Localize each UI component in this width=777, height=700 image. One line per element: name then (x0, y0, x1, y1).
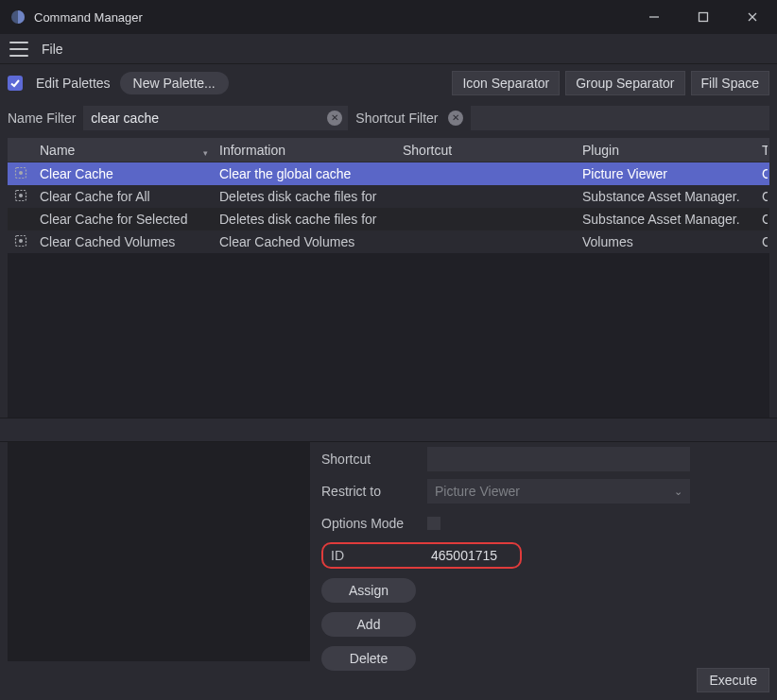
cell-t: C (756, 166, 768, 181)
menu-file[interactable]: File (42, 42, 63, 57)
name-filter-input[interactable] (83, 111, 348, 126)
shortcut-input[interactable] (427, 447, 690, 471)
filter-row: Name Filter Shortcut Filter (0, 102, 777, 134)
restrict-select[interactable]: Picture Viewer ⌄ (427, 479, 690, 504)
table-row[interactable]: Clear CacheClear the global cachePicture… (8, 162, 769, 185)
cell-info: Deletes disk cache files for (214, 189, 397, 204)
cell-t: C (756, 212, 768, 227)
delete-button[interactable]: Delete (321, 646, 416, 671)
table-row[interactable]: Clear Cache for AllDeletes disk cache fi… (8, 185, 769, 208)
command-table: Name▾ Information Shortcut Plugin T Clea… (8, 138, 769, 418)
svg-point-8 (19, 194, 23, 197)
toolbar: Edit Palettes New Palette... Icon Separa… (0, 64, 777, 102)
cell-name: Clear Cache for All (34, 189, 214, 204)
cell-name: Clear Cache for Selected (34, 212, 214, 227)
svg-rect-2 (699, 13, 708, 22)
app-icon (9, 9, 26, 26)
cell-info: Clear Cached Volumes (214, 234, 397, 249)
edit-palettes-checkbox[interactable] (8, 76, 23, 91)
preview-box (8, 442, 310, 661)
id-label: ID (331, 548, 425, 563)
edit-palettes-label: Edit Palettes (36, 76, 111, 91)
shortcut-label: Shortcut (321, 452, 427, 467)
cell-t: C (756, 234, 768, 249)
cell-name: Clear Cached Volumes (34, 234, 214, 249)
table-header: Name▾ Information Shortcut Plugin T (8, 138, 769, 162)
group-separator-button[interactable]: Group Separator (565, 71, 684, 95)
cell-info: Deletes disk cache files for (214, 212, 397, 227)
th-information[interactable]: Information (214, 143, 397, 158)
cell-plugin: Volumes (577, 234, 756, 249)
command-icon (13, 188, 28, 203)
splitter[interactable] (0, 418, 777, 442)
shortcut-filter-label: Shortcut Filter (355, 111, 438, 126)
restrict-value: Picture Viewer (435, 484, 520, 499)
window-title: Command Manager (34, 10, 143, 25)
name-filter-wrap (83, 106, 348, 130)
cell-name: Clear Cache (40, 166, 113, 181)
chevron-down-icon: ⌄ (674, 486, 682, 498)
shortcut-filter-wrap (471, 106, 770, 130)
options-mode-checkbox[interactable] (427, 517, 440, 530)
titlebar: Command Manager (0, 0, 777, 34)
assign-button[interactable]: Assign (321, 578, 416, 603)
id-row: ID 465001715 (321, 542, 522, 569)
close-button[interactable] (728, 0, 777, 34)
th-t[interactable]: T (756, 143, 768, 158)
clear-shortcut-filter-icon[interactable] (448, 111, 463, 126)
icon-separator-button[interactable]: Icon Separator (452, 71, 560, 95)
table-row[interactable]: Clear Cache for SelectedDeletes disk cac… (8, 208, 769, 230)
id-value: 465001715 (431, 548, 497, 563)
command-icon (13, 165, 28, 180)
properties: Shortcut Restrict to Picture Viewer ⌄ Op… (321, 442, 769, 692)
options-mode-label: Options Mode (321, 516, 427, 531)
th-shortcut[interactable]: Shortcut (397, 143, 577, 158)
cell-t: C (756, 189, 768, 204)
fill-space-button[interactable]: Fill Space (691, 71, 769, 95)
cell-plugin: Picture Viewer (577, 166, 756, 181)
svg-point-10 (19, 239, 23, 243)
clear-name-filter-icon[interactable] (327, 111, 342, 126)
shortcut-filter-input[interactable] (471, 111, 770, 126)
sort-indicator-icon: ▾ (203, 148, 208, 158)
add-button[interactable]: Add (321, 612, 416, 637)
th-plugin[interactable]: Plugin (577, 143, 756, 158)
th-name[interactable]: Name▾ (34, 143, 214, 158)
table-body: Clear CacheClear the global cachePicture… (8, 162, 769, 418)
svg-point-6 (19, 171, 23, 175)
maximize-button[interactable] (679, 0, 728, 34)
cell-info: Clear the global cache (214, 166, 397, 181)
execute-button[interactable]: Execute (697, 668, 769, 692)
restrict-label: Restrict to (321, 484, 427, 499)
cell-plugin: Substance Asset Manager. (577, 212, 756, 227)
cell-plugin: Substance Asset Manager. (577, 189, 756, 204)
name-filter-label: Name Filter (8, 111, 76, 126)
menubar: File (0, 34, 777, 64)
table-row[interactable]: Clear Cached VolumesClear Cached Volumes… (8, 230, 769, 253)
new-palette-button[interactable]: New Palette... (120, 72, 229, 94)
hamburger-icon[interactable] (9, 42, 28, 57)
command-icon (13, 233, 28, 248)
details-panel: Shortcut Restrict to Picture Viewer ⌄ Op… (0, 442, 777, 700)
minimize-button[interactable] (630, 0, 679, 34)
